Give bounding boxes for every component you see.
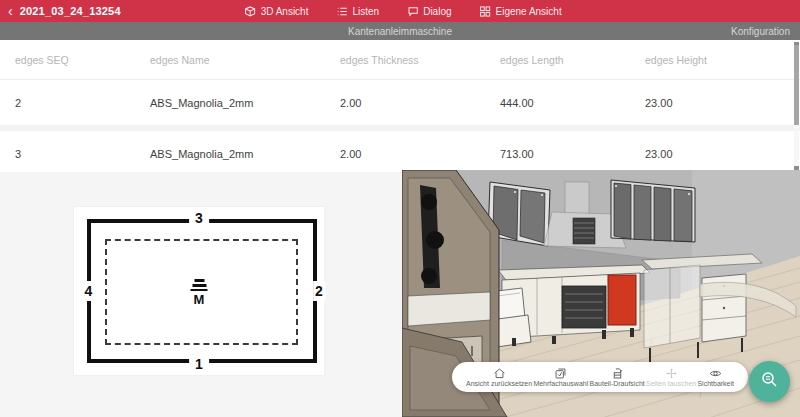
edges-table: edges SEQ edges Name edges Thickness edg… [0,40,800,172]
project-title: 2021_03_24_13254 [20,5,121,17]
col-edges-length: edges Length [500,54,645,66]
machine-bar: Kantenanleimmaschine Konfiguration [0,22,800,40]
swap-sides-button[interactable]: Seiten tauschen [646,367,696,389]
edge-label-bottom: 1 [189,357,209,371]
home-icon [493,367,506,380]
zoom-search-fab[interactable] [749,361,790,402]
menu-item-label: Listen [352,6,379,17]
zoom-search-icon [760,370,779,393]
machine-title: Kantenanleimmaschine [348,26,452,37]
menu-item-listen[interactable]: Listen [336,6,379,17]
edge-label-top: 3 [189,211,209,225]
part-top-view-icon [611,367,624,380]
part-top-view-button[interactable]: Bauteil-Draufsicht [590,367,645,389]
cube-3d-icon [245,6,256,17]
menu-item-dialog[interactable]: Dialog [407,6,451,17]
m-symbol-bars [194,279,204,282]
edge-diagram-panel: 3 1 4 2 M [0,172,402,417]
cell-length: 713.00 [500,148,645,160]
m-symbol-letter: M [194,293,205,306]
menu-item-label: Eigene Ansicht [496,6,562,17]
grain-direction-symbol: M [191,279,208,306]
back-chevron-icon[interactable]: ‹ [8,4,13,18]
multi-select-button[interactable]: Mehrfachauswahl [533,367,588,389]
scrollbar-thumb[interactable] [794,45,799,125]
cell-length: 444.00 [500,97,645,109]
menu-item-3d-ansicht[interactable]: 3D Ansicht [245,6,309,17]
grid-icon [480,6,491,17]
col-edges-seq: edges SEQ [15,54,150,66]
dialog-bubble-icon [407,6,418,17]
cell-seq: 3 [15,148,150,160]
kitchen-cad-app: ‹ 2021_03_24_13254 3D Ansicht Listen [0,0,800,417]
cell-thickness: 2.00 [340,148,500,160]
viewer-toolbar: Ansicht zurücksetzen Mehrfachauswahl [452,362,748,392]
list-icon [336,6,347,17]
menu-item-label: Dialog [423,6,451,17]
visibility-button[interactable]: Sichtbarkeit [697,367,734,389]
top-bar: ‹ 2021_03_24_13254 3D Ansicht Listen [0,0,800,22]
cell-height: 23.00 [645,148,800,160]
col-edges-name: edges Name [150,54,340,66]
top-menu: 3D Ansicht Listen Dialog [245,0,562,22]
edges-table-header: edges SEQ edges Name edges Thickness edg… [0,40,800,80]
cell-seq: 2 [15,97,150,109]
cell-height: 23.00 [645,97,800,109]
edge-position-diagram: 3 1 4 2 M [73,206,325,376]
col-edges-height: edges Height [645,54,800,66]
eye-icon [709,367,722,380]
table-row[interactable]: 2 ABS_Magnolia_2mm 2.00 444.00 23.00 [0,80,800,125]
table-scrollbar[interactable] [794,42,799,170]
cell-name: ABS_Magnolia_2mm [150,148,340,160]
wall-cabinets-right [611,180,695,242]
highlighted-cabinet-door[interactable] [608,275,636,325]
edge-label-right: 2 [313,281,325,301]
col-edges-thickness: edges Thickness [340,54,500,66]
konfiguration-button[interactable]: Konfiguration [731,22,790,40]
cell-thickness: 2.00 [340,97,500,109]
menu-item-label: 3D Ansicht [261,6,309,17]
checkbox-icon [554,367,567,380]
kitchen-3d-view[interactable]: Ansicht zurücksetzen Mehrfachauswahl [402,170,800,417]
reset-view-button[interactable]: Ansicht zurücksetzen [466,367,532,389]
cell-name: ABS_Magnolia_2mm [150,97,340,109]
swap-sides-icon [665,367,678,380]
menu-item-eigene-ansicht[interactable]: Eigene Ansicht [480,6,562,17]
edge-label-left: 4 [83,281,95,301]
